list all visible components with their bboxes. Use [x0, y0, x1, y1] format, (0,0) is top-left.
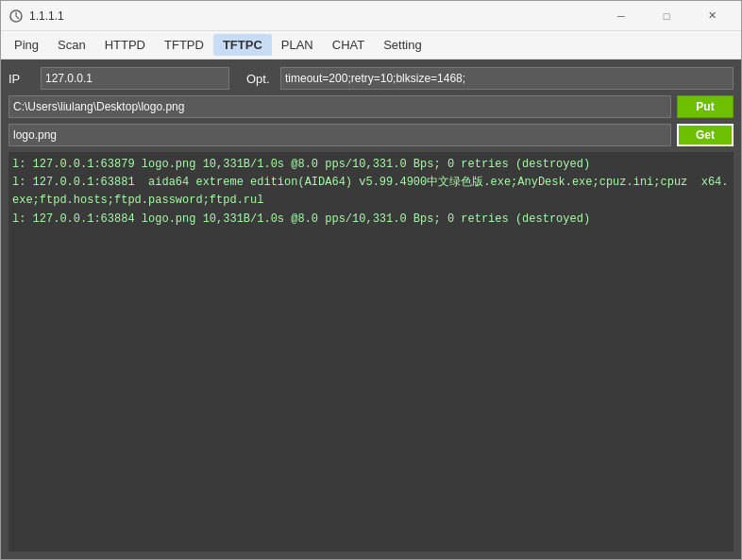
minimize-button[interactable]: ─ [599, 1, 643, 31]
title-bar: 1.1.1.1 ─ □ ✕ [1, 1, 741, 31]
main-window: 1.1.1.1 ─ □ ✕ Ping Scan HTTPD TFTPD TFTP… [0, 0, 742, 560]
ip-input[interactable] [41, 67, 229, 90]
ip-row: IP Opt. [8, 67, 734, 90]
log-line-2: l: 127.0.0.1:63881 aida64 extreme editio… [12, 174, 730, 210]
window-controls: ─ □ ✕ [599, 1, 734, 31]
menu-item-setting[interactable]: Setting [374, 34, 430, 56]
menu-item-plan[interactable]: PLAN [272, 34, 323, 56]
content-area: IP Opt. Put Get l: 127.0.0.1:63879 logo.… [1, 59, 741, 559]
log-line-1: l: 127.0.0.1:63879 logo.png 10,331B/1.0s… [12, 156, 730, 174]
menu-bar: Ping Scan HTTPD TFTPD TFTPC PLAN CHAT Se… [1, 31, 741, 59]
window-title: 1.1.1.1 [29, 9, 599, 23]
opt-input[interactable] [280, 67, 734, 90]
local-file-row: Put [8, 95, 734, 118]
remote-file-input[interactable] [8, 124, 671, 146]
remote-file-row: Get [8, 124, 734, 146]
get-button[interactable]: Get [677, 124, 734, 146]
close-button[interactable]: ✕ [690, 1, 734, 31]
log-line-3: l: 127.0.0.1:63884 logo.png 10,331B/1.0s… [12, 211, 730, 229]
local-file-input[interactable] [8, 95, 671, 118]
menu-item-scan[interactable]: Scan [48, 34, 95, 56]
opt-label: Opt. [246, 72, 275, 86]
menu-item-tftpc[interactable]: TFTPC [213, 34, 272, 56]
log-area: l: 127.0.0.1:63879 logo.png 10,331B/1.0s… [8, 152, 734, 552]
maximize-button[interactable]: □ [645, 1, 688, 31]
menu-item-chat[interactable]: CHAT [323, 34, 374, 56]
menu-item-httpd[interactable]: HTTPD [95, 34, 155, 56]
app-icon [8, 8, 24, 24]
menu-item-ping[interactable]: Ping [5, 34, 48, 56]
menu-item-tftpd[interactable]: TFTPD [155, 34, 213, 56]
put-button[interactable]: Put [677, 95, 734, 118]
ip-label: IP [8, 72, 35, 86]
